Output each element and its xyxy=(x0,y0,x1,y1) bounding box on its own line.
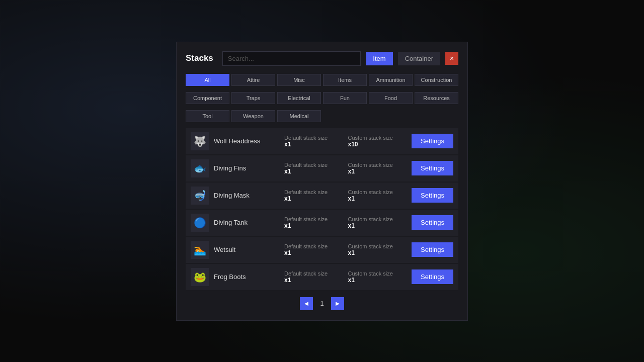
filter-attire[interactable]: Attire xyxy=(231,74,275,86)
filter-row-2: Component Traps Electrical Fun Food Reso… xyxy=(186,92,458,104)
custom-stack: Custom stack size x1 xyxy=(348,216,407,229)
item-icon: 🔵 xyxy=(191,214,209,232)
settings-button[interactable]: Settings xyxy=(412,134,453,148)
table-row: 🏊 Wetsuit Default stack size x1 Custom s… xyxy=(186,237,458,263)
items-list: 🐺 Wolf Headdress Default stack size x1 C… xyxy=(186,128,458,290)
custom-stack-value: x1 xyxy=(348,195,407,202)
custom-stack-label: Custom stack size xyxy=(348,162,407,168)
default-stack-value: x1 xyxy=(284,168,343,175)
custom-stack-label: Custom stack size xyxy=(348,216,407,222)
filter-construction[interactable]: Construction xyxy=(415,74,458,86)
default-stack: Default stack size x1 xyxy=(284,135,343,148)
default-stack-value: x1 xyxy=(284,141,343,148)
filter-misc[interactable]: Misc xyxy=(277,74,321,86)
current-page: 1 xyxy=(317,300,327,307)
panel-title: Stacks xyxy=(186,53,213,63)
item-name: Diving Fins xyxy=(214,164,279,172)
close-button[interactable]: × xyxy=(445,52,458,65)
pagination: ◄ 1 ► xyxy=(186,297,458,310)
filter-row-3: Tool Weapon Medical xyxy=(186,110,458,122)
table-row: 🐸 Frog Boots Default stack size x1 Custo… xyxy=(186,264,458,290)
search-input[interactable] xyxy=(222,51,361,66)
custom-stack-value: x1 xyxy=(348,168,407,175)
default-stack-label: Default stack size xyxy=(284,243,343,249)
default-stack-label: Default stack size xyxy=(284,270,343,277)
filter-all[interactable]: All xyxy=(186,74,229,86)
custom-stack-label: Custom stack size xyxy=(348,270,407,277)
settings-button[interactable]: Settings xyxy=(412,242,453,257)
item-name: Diving Tank xyxy=(214,219,279,226)
settings-button[interactable]: Settings xyxy=(412,161,453,175)
default-stack: Default stack size x1 xyxy=(284,162,343,175)
item-icon: 🤿 xyxy=(191,187,209,205)
custom-stack-label: Custom stack size xyxy=(348,243,407,249)
default-stack-value: x1 xyxy=(284,249,343,256)
settings-button[interactable]: Settings xyxy=(412,215,453,230)
custom-stack-value: x10 xyxy=(348,141,407,148)
item-name: Wetsuit xyxy=(214,246,279,253)
default-stack-value: x1 xyxy=(284,222,343,229)
filter-component[interactable]: Component xyxy=(186,92,229,104)
item-icon: 🐸 xyxy=(191,268,209,286)
custom-stack: Custom stack size x1 xyxy=(348,243,407,256)
item-icon: 🐺 xyxy=(191,132,209,150)
default-stack-label: Default stack size xyxy=(284,135,343,141)
filter-resources[interactable]: Resources xyxy=(415,92,458,104)
filter-medical[interactable]: Medical xyxy=(277,110,321,122)
default-stack-label: Default stack size xyxy=(284,216,343,222)
item-name: Diving Mask xyxy=(214,192,279,199)
default-stack: Default stack size x1 xyxy=(284,243,343,256)
table-row: 🐺 Wolf Headdress Default stack size x1 C… xyxy=(186,128,458,154)
filter-food[interactable]: Food xyxy=(369,92,413,104)
settings-button[interactable]: Settings xyxy=(412,269,453,284)
settings-button[interactable]: Settings xyxy=(412,188,453,203)
stacks-panel: Stacks Item Container × All Attire Misc … xyxy=(176,42,468,321)
default-stack: Default stack size x1 xyxy=(284,189,343,202)
filter-tool[interactable]: Tool xyxy=(186,110,229,122)
item-name: Wolf Headdress xyxy=(214,137,279,145)
filter-row-1: All Attire Misc Items Ammunition Constru… xyxy=(186,74,458,86)
table-row: 🔵 Diving Tank Default stack size x1 Cust… xyxy=(186,210,458,236)
filter-fun[interactable]: Fun xyxy=(323,92,367,104)
next-page-button[interactable]: ► xyxy=(331,297,344,310)
custom-stack: Custom stack size x1 xyxy=(348,270,407,284)
filter-traps[interactable]: Traps xyxy=(231,92,275,104)
default-stack-value: x1 xyxy=(284,277,343,284)
default-stack: Default stack size x1 xyxy=(284,216,343,229)
item-tab-button[interactable]: Item xyxy=(366,52,392,65)
filter-weapon[interactable]: Weapon xyxy=(231,110,275,122)
table-row: 🤿 Diving Mask Default stack size x1 Cust… xyxy=(186,183,458,209)
filter-ammunition[interactable]: Ammunition xyxy=(369,74,413,86)
custom-stack: Custom stack size x10 xyxy=(348,135,407,148)
custom-stack: Custom stack size x1 xyxy=(348,189,407,202)
item-name: Frog Boots xyxy=(214,273,279,281)
custom-stack-label: Custom stack size xyxy=(348,189,407,195)
filter-electrical[interactable]: Electrical xyxy=(277,92,321,104)
custom-stack-label: Custom stack size xyxy=(348,135,407,141)
panel-header: Stacks Item Container × xyxy=(186,51,458,66)
custom-stack-value: x1 xyxy=(348,249,407,256)
default-stack: Default stack size x1 xyxy=(284,270,343,284)
default-stack-value: x1 xyxy=(284,195,343,202)
filter-items[interactable]: Items xyxy=(323,74,367,86)
filter-section: All Attire Misc Items Ammunition Constru… xyxy=(186,74,458,122)
default-stack-label: Default stack size xyxy=(284,189,343,195)
custom-stack-value: x1 xyxy=(348,277,407,284)
container-tab-button[interactable]: Container xyxy=(398,52,440,65)
custom-stack: Custom stack size x1 xyxy=(348,162,407,175)
item-icon: 🐟 xyxy=(191,159,209,177)
item-icon: 🏊 xyxy=(191,241,209,259)
prev-page-button[interactable]: ◄ xyxy=(300,297,313,310)
table-row: 🐟 Diving Fins Default stack size x1 Cust… xyxy=(186,155,458,182)
custom-stack-value: x1 xyxy=(348,222,407,229)
default-stack-label: Default stack size xyxy=(284,162,343,168)
